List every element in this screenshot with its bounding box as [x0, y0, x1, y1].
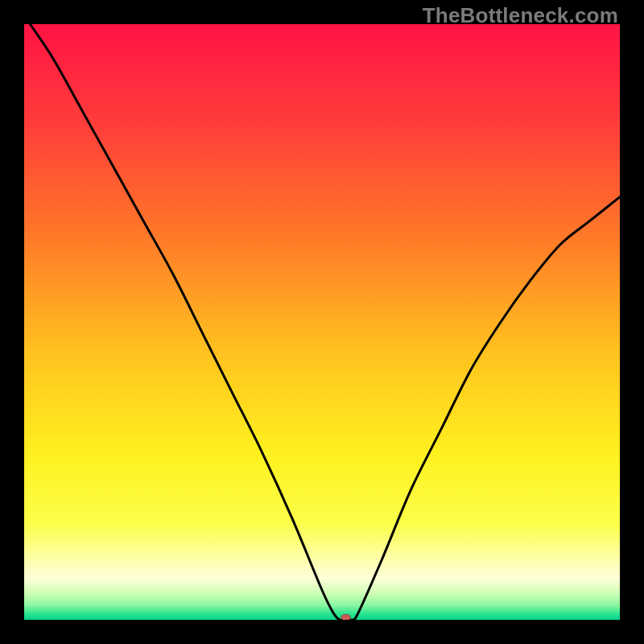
watermark-label: TheBottleneck.com: [423, 3, 618, 28]
bottleneck-chart: [24, 24, 620, 620]
chart-frame: TheBottleneck.com: [0, 0, 644, 644]
heat-gradient-background: [24, 24, 620, 620]
optimum-marker: [341, 614, 351, 620]
plot-area: [24, 24, 620, 620]
